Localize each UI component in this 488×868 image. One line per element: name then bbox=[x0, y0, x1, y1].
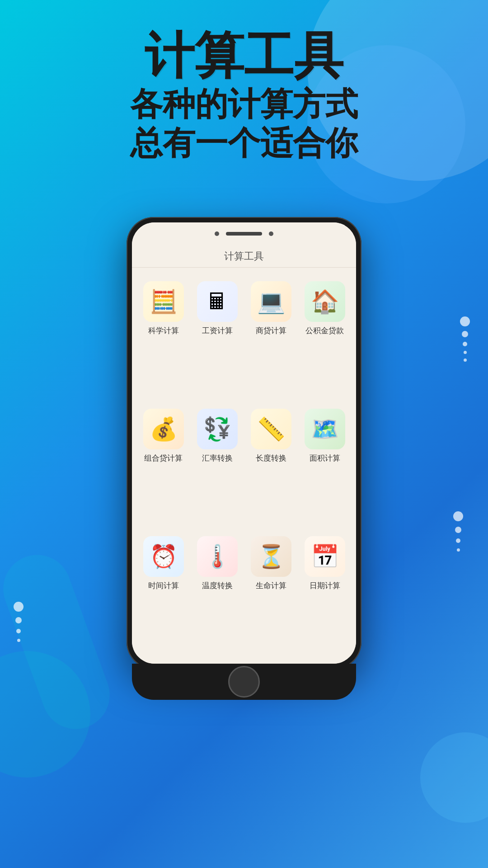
grid-item-science[interactable]: 🧮科学计算 bbox=[136, 277, 190, 404]
icon-date: 📅 bbox=[305, 536, 345, 577]
phone-camera-bar bbox=[132, 222, 356, 245]
decorative-blob-4 bbox=[420, 732, 488, 823]
icon-combo: 💰 bbox=[143, 409, 184, 449]
grid-item-length[interactable]: 📏长度转换 bbox=[244, 404, 298, 532]
icon-length: 📏 bbox=[251, 409, 291, 449]
background: 计算工具 各种的计算方式 总有一个适合你 计算工具 🧮科学计算🖩工资计算💻商贷计… bbox=[0, 0, 488, 868]
label-currency: 汇率转换 bbox=[202, 453, 233, 463]
app-navigation-bar: 计算工具 bbox=[132, 245, 356, 268]
grid-item-fund[interactable]: 🏠公积金贷款 bbox=[298, 277, 352, 404]
icon-time: ⏰ bbox=[143, 536, 184, 577]
dot-r2-2 bbox=[455, 527, 461, 533]
dot-5 bbox=[464, 359, 467, 362]
icon-science: 🧮 bbox=[143, 281, 184, 322]
app-subtitle-2: 总有一个适合你 bbox=[0, 123, 488, 162]
label-combo: 组合贷计算 bbox=[144, 453, 183, 463]
phone-screen: 计算工具 🧮科学计算🖩工资计算💻商贷计算🏠公积金贷款💰组合贷计算💱汇率转换📏长度… bbox=[132, 222, 356, 664]
dot-1 bbox=[460, 316, 470, 326]
label-temp: 温度转换 bbox=[202, 580, 233, 591]
label-science: 科学计算 bbox=[148, 326, 179, 336]
icon-life: ⏳ bbox=[251, 536, 291, 577]
label-length: 长度转换 bbox=[256, 453, 286, 463]
phone-mockup: 计算工具 🧮科学计算🖩工资计算💻商贷计算🏠公积金贷款💰组合贷计算💱汇率转换📏长度… bbox=[127, 217, 361, 669]
app-subtitle-1: 各种的计算方式 bbox=[0, 85, 488, 123]
label-salary: 工资计算 bbox=[202, 326, 233, 336]
grid-item-combo[interactable]: 💰组合贷计算 bbox=[136, 404, 190, 532]
grid-item-temp[interactable]: 🌡️温度转换 bbox=[190, 532, 244, 659]
icon-currency: 💱 bbox=[197, 409, 238, 449]
label-mortgage: 商贷计算 bbox=[256, 326, 286, 336]
header-section: 计算工具 各种的计算方式 总有一个适合你 bbox=[0, 27, 488, 162]
dot-l-2 bbox=[15, 617, 22, 623]
icon-area: 🗺️ bbox=[305, 409, 345, 449]
label-time: 时间计算 bbox=[148, 580, 179, 591]
phone-body: 计算工具 🧮科学计算🖩工资计算💻商贷计算🏠公积金贷款💰组合贷计算💱汇率转换📏长度… bbox=[127, 217, 361, 669]
dot-l-1 bbox=[14, 602, 23, 612]
app-screen-title: 计算工具 bbox=[224, 250, 264, 263]
grid-item-area[interactable]: 🗺️面积计算 bbox=[298, 404, 352, 532]
dot-l-3 bbox=[16, 629, 21, 633]
dot-l-4 bbox=[17, 639, 20, 642]
icon-mortgage: 💻 bbox=[251, 281, 291, 322]
sensor-dot bbox=[269, 231, 273, 236]
icon-temp: 🌡️ bbox=[197, 536, 238, 577]
label-life: 生命计算 bbox=[256, 580, 286, 591]
grid-item-date[interactable]: 📅日期计算 bbox=[298, 532, 352, 659]
grid-item-mortgage[interactable]: 💻商贷计算 bbox=[244, 277, 298, 404]
dot-3 bbox=[463, 342, 467, 346]
label-date: 日期计算 bbox=[310, 580, 340, 591]
label-area: 面积计算 bbox=[310, 453, 340, 463]
grid-item-currency[interactable]: 💱汇率转换 bbox=[190, 404, 244, 532]
icon-fund: 🏠 bbox=[305, 281, 345, 322]
dots-decoration-left bbox=[14, 602, 23, 642]
home-button[interactable] bbox=[228, 666, 260, 698]
camera-dot bbox=[215, 231, 219, 236]
dots-decoration-right-top bbox=[460, 316, 470, 362]
dot-r2-4 bbox=[457, 548, 460, 552]
icon-salary: 🖩 bbox=[197, 281, 238, 322]
grid-item-life[interactable]: ⏳生命计算 bbox=[244, 532, 298, 659]
speaker-bar bbox=[226, 232, 262, 236]
dot-2 bbox=[462, 331, 468, 337]
dot-4 bbox=[464, 351, 467, 354]
label-fund: 公积金贷款 bbox=[305, 326, 344, 336]
dot-r2-3 bbox=[456, 538, 460, 543]
app-title-large: 计算工具 bbox=[0, 27, 488, 85]
phone-bottom-bar bbox=[132, 664, 356, 700]
grid-item-salary[interactable]: 🖩工资计算 bbox=[190, 277, 244, 404]
grid-item-time[interactable]: ⏰时间计算 bbox=[136, 532, 190, 659]
app-icon-grid: 🧮科学计算🖩工资计算💻商贷计算🏠公积金贷款💰组合贷计算💱汇率转换📏长度转换🗺️面… bbox=[132, 268, 356, 664]
dots-decoration-right-bottom bbox=[453, 511, 463, 552]
dot-r2-1 bbox=[453, 511, 463, 521]
